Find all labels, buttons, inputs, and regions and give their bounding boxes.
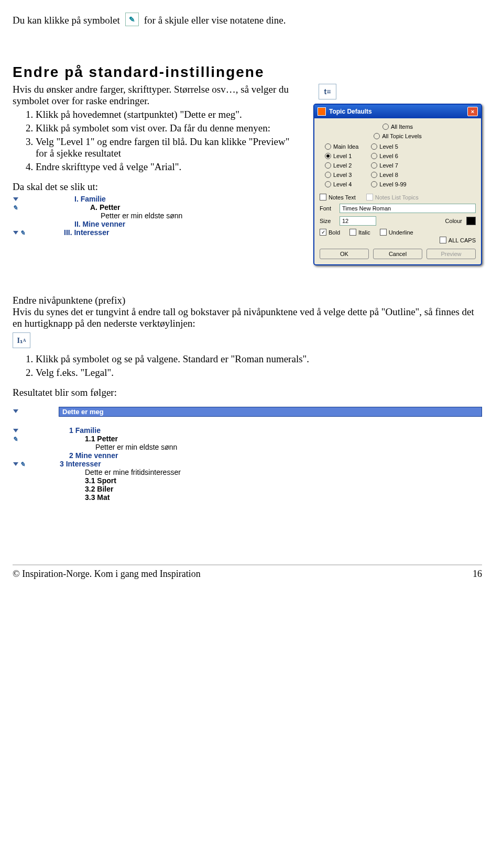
radio-level-1[interactable]: Level 1 (325, 153, 358, 159)
para-prefix-title: Endre nivåpunktene (prefix) (13, 295, 482, 306)
font-label: Font (320, 205, 335, 212)
size-label: Size (320, 218, 335, 224)
ex2-item: Petter er min eldste sønn (95, 443, 177, 451)
chk-allcaps[interactable]: ALL CAPS (440, 237, 476, 243)
chk-notes-text[interactable]: Notes Text (320, 194, 356, 201)
ex2-item: 1.1 Petter (85, 435, 118, 443)
radio-level-2[interactable]: Level 2 (325, 162, 358, 169)
ex2-item: 3 Interesser (60, 460, 101, 468)
ex1-item: Petter er min eldste sønn (101, 212, 182, 220)
ex1-item: III. Interesser (64, 228, 109, 237)
preview-button: Preview (427, 249, 476, 259)
intro-after: for å skjule eller vise notatene dine. (144, 15, 286, 26)
chk-underline[interactable]: Underline (380, 229, 413, 236)
font-input[interactable]: Times New Roman (340, 204, 476, 213)
chk-notes-list-topics: Notes List Topics (366, 194, 419, 201)
topic-defaults-toolbar-icon[interactable]: t≡ (319, 84, 336, 99)
radio-level-7[interactable]: Level 7 (371, 162, 406, 169)
ex2-item: 3.1 Sport (85, 476, 116, 485)
radio-level-5[interactable]: Level 5 (371, 143, 406, 150)
radio-level-9[interactable]: Level 9-99 (371, 181, 406, 187)
step2-1: Klikk på symbolet og se på valgene. Stan… (36, 352, 482, 366)
intro-before: Du kan klikke på symbolet (13, 15, 120, 26)
result-label-2: Resultatet blir som følger: (13, 387, 482, 398)
radio-level-3[interactable]: Level 3 (325, 172, 358, 178)
radio-level-8[interactable]: Level 8 (371, 172, 406, 178)
heading-standard-settings: Endre på standard-instillingene (13, 64, 482, 81)
para-prefix-body: Hvis du synes det er tungvint å endre ta… (13, 306, 482, 329)
outline-example-2: Dette er meg 1 Familie ✎1.1 Petter Pette… (13, 407, 482, 502)
step-4: Endre skrifttype ved å velge "Arial". (36, 160, 303, 174)
step-2: Klikk på symbolet som vist over. Da får … (36, 121, 303, 135)
ex2-item: 3.3 Mat (85, 493, 110, 502)
step-3: Velg "Level 1" og endre fargen til blå. … (36, 135, 303, 160)
ex2-item: 1 Familie (69, 426, 101, 435)
step-1: Klikk på hovedemnet (startpunktet) "Dett… (36, 108, 303, 121)
chk-bold[interactable]: Bold (320, 229, 340, 236)
radio-level-6[interactable]: Level 6 (371, 153, 406, 159)
page-number: 16 (473, 569, 482, 580)
app-icon (318, 107, 326, 116)
chk-italic[interactable]: Italic (349, 229, 370, 236)
para-standard-intro: Hvis du ønsker andre farger, skrifttyper… (13, 84, 303, 107)
ok-button[interactable]: OK (320, 249, 369, 259)
ex1-item: I. Familie (74, 195, 106, 203)
colour-label: Colour (445, 218, 462, 224)
colour-swatch[interactable] (466, 217, 476, 225)
ex2-title: Dette er meg (59, 407, 482, 417)
cancel-button[interactable]: Cancel (373, 249, 422, 259)
topic-defaults-dialog: Topic Defaults × All Items All Topic Lev… (313, 104, 482, 265)
radio-all-levels[interactable]: All Topic Levels (374, 133, 422, 139)
size-input[interactable]: 12 (340, 216, 376, 226)
footer-text: © Inspiration-Norge. Kom i gang med Insp… (13, 569, 201, 580)
ex2-item: Dette er mine fritidsinteresser (85, 468, 181, 476)
ex2-item: 2 Mine venner (69, 451, 118, 460)
ex1-item: A. Petter (90, 203, 121, 212)
ex1-item: II. Mine venner (74, 220, 125, 228)
intro-line: Du kan klikke på symbolet ✎ for å skjule… (13, 13, 482, 26)
ex2-item: 3.2 Biler (85, 485, 113, 493)
step2-2: Velg f.eks. "Legal". (36, 366, 482, 380)
close-icon[interactable]: × (467, 107, 478, 116)
radio-main-idea[interactable]: Main Idea (325, 143, 358, 150)
result-label: Da skal det se slik ut: (13, 181, 303, 193)
dialog-title: Topic Defaults (329, 108, 372, 115)
outline-example-1: I. Familie ✎A. Petter Petter er min elds… (13, 195, 303, 237)
prefix-toolbar-icon[interactable]: I₁A (13, 332, 30, 348)
radio-level-4[interactable]: Level 4 (325, 181, 358, 187)
note-toggle-icon: ✎ (125, 13, 139, 26)
radio-all-items[interactable]: All Items (382, 124, 413, 130)
